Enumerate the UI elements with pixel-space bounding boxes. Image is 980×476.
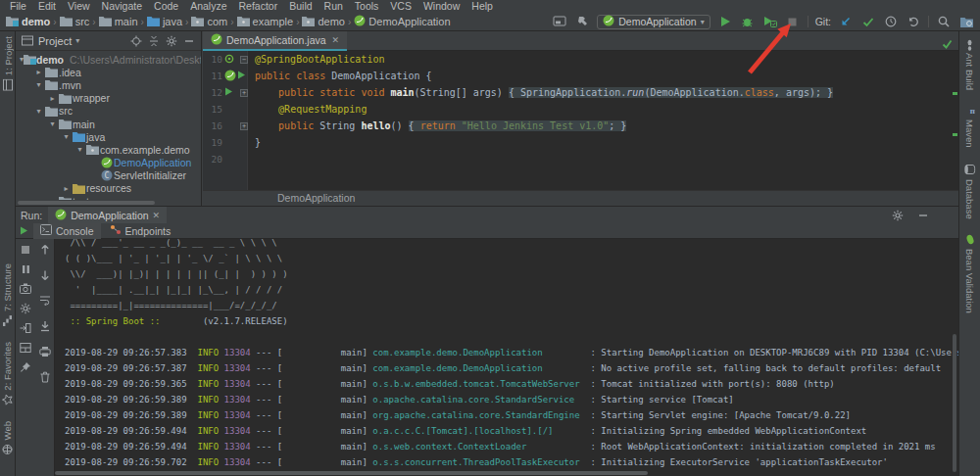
chevron-expanded-icon[interactable]: ▾ bbox=[61, 132, 72, 141]
scrollbar-horizontal[interactable] bbox=[18, 201, 155, 205]
scrollbar-vertical[interactable] bbox=[953, 334, 956, 472]
stop-icon[interactable] bbox=[18, 243, 33, 256]
tool-stripe--favorites[interactable]: 2: Favorites bbox=[2, 342, 13, 405]
chevron-collapsed-icon[interactable]: ▸ bbox=[61, 184, 72, 193]
console-output[interactable]: /\\ / ___'_ __ _ _(_)_ __ __ _ \ \ \ \( … bbox=[54, 239, 958, 476]
breadcrumb-item-java[interactable]: java bbox=[147, 16, 182, 28]
open-console-icon[interactable] bbox=[18, 321, 33, 334]
menu-item-run[interactable]: Run bbox=[318, 0, 349, 13]
scrollbar-horizontal[interactable] bbox=[55, 471, 648, 475]
menu-item-tools[interactable]: Tools bbox=[349, 0, 385, 13]
hide-panel-icon[interactable] bbox=[182, 36, 196, 46]
run-with-coverage-button[interactable] bbox=[762, 15, 778, 29]
menu-item-file[interactable]: File bbox=[4, 0, 32, 13]
menu-item-analyze[interactable]: Analyze bbox=[184, 0, 232, 13]
locate-file-icon[interactable] bbox=[129, 35, 143, 47]
tree-item-test[interactable]: ▸test bbox=[16, 195, 201, 200]
collapse-all-icon[interactable] bbox=[147, 35, 161, 47]
tab-demoapplication-java[interactable]: DemoApplication.java ✕ bbox=[203, 31, 347, 51]
chevron-expanded-icon[interactable]: ▾ bbox=[33, 107, 44, 116]
menu-item-edit[interactable]: Edit bbox=[32, 0, 62, 13]
tree-item--mvn[interactable]: ▾.mvn bbox=[16, 78, 201, 91]
arrow-down-icon[interactable] bbox=[37, 268, 53, 281]
run-tab-console[interactable]: Console bbox=[33, 223, 101, 239]
breadcrumb-item-demo[interactable]: demo bbox=[302, 16, 345, 28]
tree-item-java[interactable]: ▾java bbox=[16, 130, 201, 143]
tree-item-demo[interactable]: ▾demoC:\Users\Administrator\Desktop\Je bbox=[16, 53, 201, 66]
menu-item-view[interactable]: View bbox=[62, 0, 96, 13]
tree-item-wrapper[interactable]: ▸wrapper bbox=[16, 92, 201, 105]
editor-breadcrumb-item[interactable]: DemoApplication bbox=[277, 192, 355, 204]
rollback-icon[interactable] bbox=[906, 15, 921, 29]
menu-item-help[interactable]: Help bbox=[466, 0, 499, 13]
menu-item-window[interactable]: Window bbox=[417, 0, 466, 13]
tool-stripe-maven[interactable]: mMaven bbox=[964, 106, 975, 148]
breadcrumb-item-demoapplication[interactable]: DemoApplication bbox=[354, 15, 450, 28]
tool-stripe-ant-build[interactable]: Ant Build bbox=[963, 41, 976, 90]
tool-stripe-web[interactable]: Web bbox=[2, 421, 13, 454]
chevron-collapsed-icon[interactable]: ▸ bbox=[33, 68, 44, 76]
tree-item-main[interactable]: ▾main bbox=[16, 118, 201, 130]
soft-wrap-icon[interactable] bbox=[37, 294, 53, 307]
pause-icon[interactable] bbox=[18, 262, 33, 275]
tree-item-resources[interactable]: ▸resources bbox=[16, 182, 201, 195]
run-config-select[interactable]: DemoApplication ▾ bbox=[597, 15, 710, 29]
chevron-expanded-icon[interactable]: ▾ bbox=[74, 145, 85, 154]
close-icon[interactable]: ✕ bbox=[153, 211, 161, 220]
git-update-icon[interactable] bbox=[838, 15, 854, 29]
hide-panel-icon[interactable] bbox=[915, 208, 931, 222]
close-icon[interactable]: ✕ bbox=[332, 35, 340, 45]
settings-gear-icon[interactable] bbox=[18, 302, 33, 314]
build-hammer-icon[interactable] bbox=[574, 15, 590, 29]
search-icon[interactable] bbox=[936, 15, 952, 29]
fold-collapse-icon[interactable]: − bbox=[240, 56, 248, 64]
tool-stripe-database[interactable]: Database bbox=[964, 164, 975, 219]
arrow-up-icon[interactable] bbox=[37, 243, 53, 256]
clear-all-trash-icon[interactable] bbox=[37, 370, 53, 383]
history-clock-icon[interactable] bbox=[883, 15, 899, 29]
run-button[interactable] bbox=[717, 15, 733, 29]
menu-item-vcs[interactable]: VCS bbox=[384, 0, 417, 13]
gear-icon[interactable] bbox=[165, 35, 178, 47]
tree-item-src[interactable]: ▾src bbox=[16, 105, 201, 118]
breadcrumb-item-main[interactable]: main bbox=[99, 16, 138, 28]
run-gutter-icon[interactable] bbox=[224, 87, 233, 98]
breadcrumb-item-demo[interactable]: demo bbox=[6, 16, 50, 28]
tree-item-demoapplication[interactable]: DemoApplication bbox=[16, 157, 201, 169]
pin-icon[interactable] bbox=[18, 360, 33, 373]
tool-stripe-bean-validation[interactable]: Bean Validation bbox=[964, 234, 976, 313]
recent-locations-icon[interactable] bbox=[958, 15, 974, 29]
tree-item--idea[interactable]: ▸.idea bbox=[16, 66, 201, 78]
run-tab-demoapplication[interactable]: DemoApplication ✕ bbox=[48, 207, 167, 223]
breadcrumb-item-example[interactable]: example bbox=[237, 16, 294, 28]
menu-item-navigate[interactable]: Navigate bbox=[96, 0, 148, 13]
tree-item-com-example-demo[interactable]: ▾com.example.demo bbox=[16, 143, 201, 156]
gear-icon[interactable] bbox=[890, 208, 906, 222]
rerun-icon[interactable] bbox=[20, 225, 28, 237]
fold-expand-icon[interactable]: + bbox=[240, 89, 248, 97]
debug-button[interactable] bbox=[740, 15, 756, 29]
tree-item-servletinitializer[interactable]: CServletInitializer bbox=[16, 169, 201, 182]
code-area[interactable]: 10−@SpringBootApplication11public class … bbox=[203, 51, 958, 190]
fold-expand-icon[interactable]: + bbox=[240, 122, 248, 130]
layout-icon[interactable] bbox=[18, 341, 33, 354]
git-commit-check-icon[interactable] bbox=[860, 15, 876, 29]
menu-item-refactor[interactable]: Refactor bbox=[233, 0, 284, 13]
breadcrumb-item-src[interactable]: src bbox=[60, 16, 90, 28]
breadcrumb-item-com[interactable]: com bbox=[191, 16, 227, 28]
run-tab-endpoints[interactable]: Endpoints bbox=[103, 223, 178, 239]
run-gutter-icon[interactable] bbox=[237, 71, 246, 81]
menu-item-code[interactable]: Code bbox=[148, 0, 184, 13]
toolwindow-settings-icon[interactable] bbox=[552, 15, 567, 29]
chevron-collapsed-icon[interactable]: ▸ bbox=[47, 197, 58, 200]
project-panel-title[interactable]: Project bbox=[38, 35, 72, 47]
chevron-expanded-icon[interactable]: ▾ bbox=[47, 119, 58, 128]
menu-item-build[interactable]: Build bbox=[283, 0, 318, 13]
chevron-expanded-icon[interactable]: ▾ bbox=[33, 80, 44, 89]
print-icon[interactable] bbox=[37, 345, 53, 357]
scroll-to-end-icon[interactable] bbox=[37, 319, 53, 332]
stop-button[interactable] bbox=[785, 15, 801, 29]
tool-stripe--project[interactable]: 1: Project bbox=[2, 36, 14, 90]
chevron-collapsed-icon[interactable]: ▸ bbox=[47, 94, 58, 103]
thread-dump-camera-icon[interactable] bbox=[18, 282, 33, 295]
